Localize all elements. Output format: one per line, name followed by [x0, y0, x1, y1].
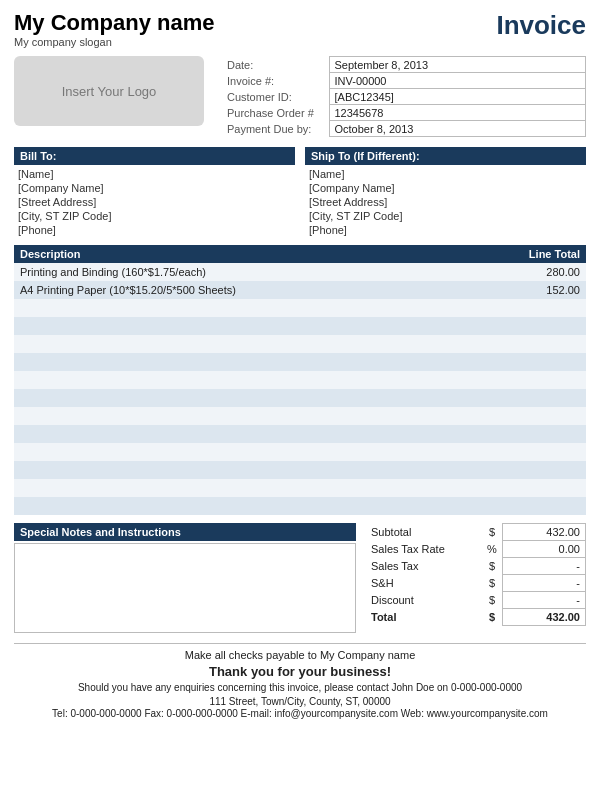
items-table: Description Line Total Printing and Bind… [14, 245, 586, 515]
ship-to-city[interactable]: [City, ST ZIP Code] [305, 209, 586, 223]
item-line-total[interactable]: 280.00 [462, 263, 586, 281]
table-row[interactable]: Printing and Binding (160*$1.75/each)280… [14, 263, 586, 281]
item-line-total[interactable] [462, 479, 586, 497]
discount-label: Discount [366, 592, 482, 609]
item-line-total[interactable] [462, 317, 586, 335]
item-description[interactable] [14, 317, 462, 335]
table-row[interactable] [14, 317, 586, 335]
item-line-total[interactable] [462, 335, 586, 353]
invoice-meta: Date: September 8, 2013 Invoice #: INV-0… [204, 56, 586, 137]
invoice-value[interactable]: INV-00000 [329, 73, 586, 89]
table-row[interactable] [14, 443, 586, 461]
table-row[interactable] [14, 479, 586, 497]
item-description[interactable] [14, 479, 462, 497]
table-row[interactable] [14, 461, 586, 479]
table-row[interactable] [14, 425, 586, 443]
discount-value[interactable]: - [502, 592, 585, 609]
item-description[interactable] [14, 371, 462, 389]
table-row[interactable] [14, 299, 586, 317]
item-description[interactable] [14, 407, 462, 425]
bill-to-company[interactable]: [Company Name] [14, 181, 295, 195]
col-line-total: Line Total [462, 245, 586, 263]
subtotal-value[interactable]: 432.00 [502, 524, 585, 541]
table-row[interactable]: A4 Printing Paper (10*$15.20/5*500 Sheet… [14, 281, 586, 299]
notes-content[interactable] [14, 543, 356, 633]
item-line-total[interactable] [462, 497, 586, 515]
invoice-label: Invoice #: [224, 73, 329, 89]
bill-to-block: Bill To: [Name] [Company Name] [Street A… [14, 147, 295, 237]
item-description[interactable] [14, 335, 462, 353]
header: My Company name My company slogan Invoic… [14, 10, 586, 48]
item-line-total[interactable] [462, 299, 586, 317]
footer-contact: Should you have any enquiries concerning… [14, 682, 586, 693]
item-description[interactable]: A4 Printing Paper (10*$15.20/5*500 Sheet… [14, 281, 462, 299]
tax-rate-label: Sales Tax Rate [366, 541, 482, 558]
customer-value[interactable]: [ABC12345] [329, 89, 586, 105]
item-description[interactable] [14, 425, 462, 443]
table-row[interactable] [14, 353, 586, 371]
item-description[interactable] [14, 389, 462, 407]
top-section: Insert Your Logo Date: September 8, 2013… [14, 56, 586, 137]
ship-to-name[interactable]: [Name] [305, 167, 586, 181]
item-line-total[interactable] [462, 461, 586, 479]
item-description[interactable] [14, 443, 462, 461]
notes-block: Special Notes and Instructions [14, 523, 356, 633]
item-line-total[interactable] [462, 425, 586, 443]
company-name: My Company name [14, 10, 215, 36]
ship-to-street[interactable]: [Street Address] [305, 195, 586, 209]
invoice-title: Invoice [496, 10, 586, 41]
po-value[interactable]: 12345678 [329, 105, 586, 121]
notes-header: Special Notes and Instructions [14, 523, 356, 541]
item-description[interactable] [14, 299, 462, 317]
tax-value[interactable]: - [502, 558, 585, 575]
total-label: Total [366, 609, 482, 626]
item-description[interactable] [14, 353, 462, 371]
item-description[interactable] [14, 461, 462, 479]
logo-placeholder[interactable]: Insert Your Logo [14, 56, 204, 126]
bill-to-phone[interactable]: [Phone] [14, 223, 295, 237]
table-row[interactable] [14, 497, 586, 515]
item-line-total[interactable] [462, 353, 586, 371]
table-row[interactable] [14, 335, 586, 353]
item-line-total[interactable] [462, 389, 586, 407]
footer-divider [14, 643, 586, 644]
bill-to-street[interactable]: [Street Address] [14, 195, 295, 209]
bill-to-name[interactable]: [Name] [14, 167, 295, 181]
date-label: Date: [224, 57, 329, 73]
item-line-total[interactable]: 152.00 [462, 281, 586, 299]
bottom-section: Special Notes and Instructions Subtotal … [14, 523, 586, 633]
date-value[interactable]: September 8, 2013 [329, 57, 586, 73]
ship-to-phone[interactable]: [Phone] [305, 223, 586, 237]
tax-symbol: $ [482, 558, 502, 575]
customer-label: Customer ID: [224, 89, 329, 105]
item-line-total[interactable] [462, 443, 586, 461]
footer-address: 111 Street, Town/City, County, ST, 00000 [14, 696, 586, 707]
sh-value[interactable]: - [502, 575, 585, 592]
item-description[interactable]: Printing and Binding (160*$1.75/each) [14, 263, 462, 281]
footer-checks: Make all checks payable to My Company na… [14, 649, 586, 661]
footer-thankyou: Thank you for your business! [14, 664, 586, 679]
item-line-total[interactable] [462, 407, 586, 425]
tax-rate-value[interactable]: 0.00 [502, 541, 585, 558]
subtotal-label: Subtotal [366, 524, 482, 541]
item-description[interactable] [14, 497, 462, 515]
table-row[interactable] [14, 407, 586, 425]
company-slogan: My company slogan [14, 36, 215, 48]
ship-to-company[interactable]: [Company Name] [305, 181, 586, 195]
footer-contact2: Tel: 0-000-000-0000 Fax: 0-000-000-0000 … [14, 708, 586, 719]
item-line-total[interactable] [462, 371, 586, 389]
table-row[interactable] [14, 389, 586, 407]
po-label: Purchase Order # [224, 105, 329, 121]
tax-label: Sales Tax [366, 558, 482, 575]
bill-to-city[interactable]: [City, ST ZIP Code] [14, 209, 295, 223]
bill-to-header: Bill To: [14, 147, 295, 165]
table-row[interactable] [14, 371, 586, 389]
due-value[interactable]: October 8, 2013 [329, 121, 586, 137]
bill-ship-row: Bill To: [Name] [Company Name] [Street A… [14, 147, 586, 237]
discount-symbol: $ [482, 592, 502, 609]
total-value[interactable]: 432.00 [502, 609, 585, 626]
col-description: Description [14, 245, 462, 263]
totals-block: Subtotal $ 432.00 Sales Tax Rate % 0.00 … [366, 523, 586, 633]
company-info: My Company name My company slogan [14, 10, 215, 48]
total-symbol: $ [482, 609, 502, 626]
